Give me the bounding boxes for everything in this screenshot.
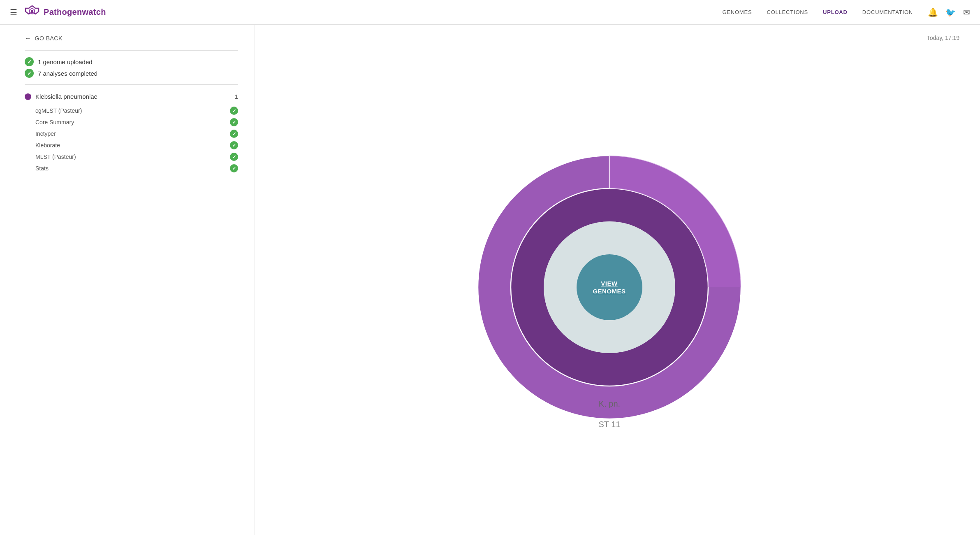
analysis-item-inctyper: Inctyper <box>35 128 238 140</box>
nav-collections[interactable]: COLLECTIONS <box>767 9 808 15</box>
logo-text: Pathogenwatch <box>44 7 106 17</box>
analysis-inctyper-label: Inctyper <box>35 130 230 137</box>
check-mlst-icon <box>230 153 238 161</box>
back-arrow-icon: ← <box>25 35 32 42</box>
analysis-item-cgmlst: cgMLST (Pasteur) <box>35 105 238 116</box>
left-panel: ← GO BACK 1 genome uploaded 7 analyses c… <box>0 25 255 535</box>
species-name: Klebsiella pneumoniae <box>35 93 231 100</box>
twitter-icon[interactable]: 🐦 <box>945 7 956 17</box>
divider-mid <box>25 84 238 85</box>
analysis-list: cgMLST (Pasteur) Core Summary Inctyper K… <box>25 105 238 174</box>
analysis-core-summary-label: Core Summary <box>35 119 230 126</box>
go-back-button[interactable]: ← GO BACK <box>25 35 238 42</box>
analysis-item-stats: Stats <box>35 163 238 174</box>
navbar: ☰ Pathogenwatch GENOMES COLLECTIONS UPLO… <box>0 0 980 25</box>
nav-genomes[interactable]: GENOMES <box>722 9 752 15</box>
view-genomes-button[interactable]: VIEW GENOMES <box>577 254 642 320</box>
timestamp: Today, 17:19 <box>927 35 964 41</box>
go-back-label: GO BACK <box>35 35 63 42</box>
check-cgmlst-icon <box>230 107 238 115</box>
main-content: ← GO BACK 1 genome uploaded 7 analyses c… <box>0 25 980 535</box>
view-genomes-line2: GENOMES <box>593 287 626 295</box>
notification-icon[interactable]: 🔔 <box>928 7 938 17</box>
status-genome-text: 1 genome uploaded <box>38 58 93 65</box>
species-header: Klebsiella pneumoniae 1 <box>25 93 238 100</box>
label-kp-svg: K. pn. <box>598 399 620 408</box>
species-section: Klebsiella pneumoniae 1 cgMLST (Pasteur)… <box>25 93 238 174</box>
analysis-stats-label: Stats <box>35 165 230 172</box>
nav-action-icons: 🔔 🐦 ✉ <box>928 7 970 17</box>
logo-icon <box>24 4 40 21</box>
status-genome: 1 genome uploaded <box>25 57 238 66</box>
donut-chart: K. pn. ST 11 VIEW GENOMES <box>466 143 753 431</box>
analysis-item-kleborate: Kleborate <box>35 140 238 151</box>
check-inctyper-icon <box>230 130 238 138</box>
mail-icon[interactable]: ✉ <box>963 7 970 17</box>
analysis-kleborate-label: Kleborate <box>35 142 230 149</box>
analysis-item-mlst: MLST (Pasteur) <box>35 151 238 163</box>
species-color-dot <box>25 93 31 100</box>
status-analyses: 7 analyses completed <box>25 69 238 78</box>
species-count: 1 <box>235 93 238 100</box>
check-kleborate-icon <box>230 141 238 149</box>
nav-upload[interactable]: UPLOAD <box>823 9 848 15</box>
menu-icon[interactable]: ☰ <box>10 7 17 17</box>
status-list: 1 genome uploaded 7 analyses completed <box>25 57 238 78</box>
logo[interactable]: Pathogenwatch <box>24 4 106 21</box>
check-analyses-icon <box>25 69 34 78</box>
analysis-item-core-summary: Core Summary <box>35 116 238 128</box>
analysis-cgmlst-label: cgMLST (Pasteur) <box>35 107 230 114</box>
check-stats-icon <box>230 164 238 172</box>
svg-point-2 <box>31 10 33 12</box>
label-st-svg: ST 11 <box>598 420 620 429</box>
view-genomes-line1: VIEW <box>601 279 617 288</box>
analysis-mlst-label: MLST (Pasteur) <box>35 154 230 160</box>
chart-container: K. pn. ST 11 VIEW GENOMES <box>255 49 964 525</box>
status-analyses-text: 7 analyses completed <box>38 70 97 77</box>
right-panel: Today, 17:19 <box>255 25 980 535</box>
nav-documentation[interactable]: DOCUMENTATION <box>862 9 913 15</box>
check-genome-icon <box>25 57 34 66</box>
divider-top <box>25 50 238 51</box>
check-core-summary-icon <box>230 118 238 126</box>
nav-links: GENOMES COLLECTIONS UPLOAD DOCUMENTATION <box>722 9 913 15</box>
